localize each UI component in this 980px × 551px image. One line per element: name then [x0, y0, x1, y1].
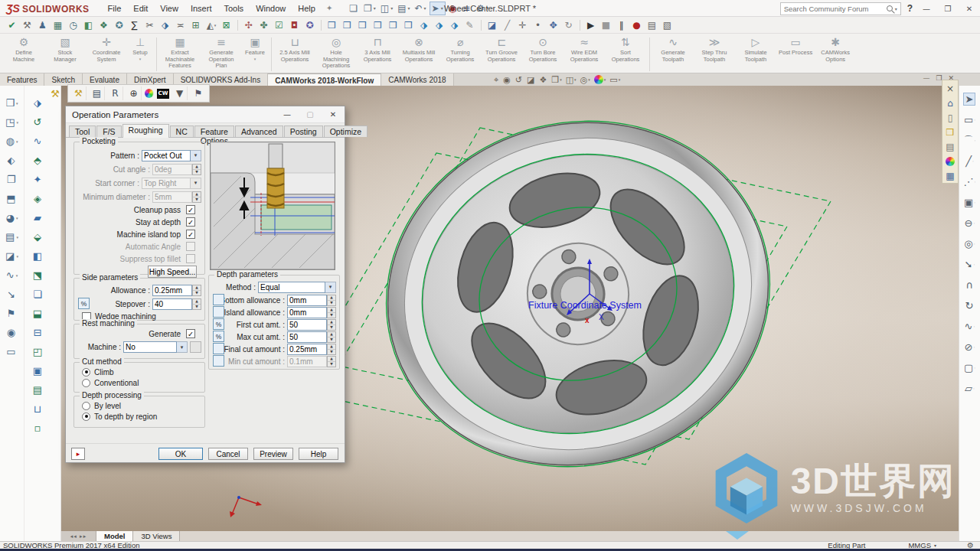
commandmanager-tab[interactable]: Features: [0, 73, 44, 86]
radio-button[interactable]: [82, 379, 90, 387]
checkbox[interactable]: ✓: [186, 217, 195, 227]
floating-toolbar-icon[interactable]: ⊕: [126, 86, 142, 100]
percent-toggle-button[interactable]: [213, 306, 224, 318]
toolbar-icon[interactable]: ✪: [112, 18, 127, 32]
menu-item[interactable]: Edit: [127, 0, 154, 17]
left-toolbar-icon[interactable]: ◪ ▾: [5, 246, 18, 266]
view-toolbar-icon[interactable]: ◫ ▾: [566, 75, 577, 85]
spinner[interactable]: [192, 191, 201, 203]
task-pane-icon[interactable]: ⌂: [947, 96, 953, 110]
sketch-tool-icon[interactable]: ▭ ·: [964, 109, 975, 130]
left-toolbar-icon[interactable]: ↺: [34, 112, 42, 132]
toolbar-icon[interactable]: ◘: [287, 18, 302, 32]
percent-toggle-button[interactable]: %: [213, 318, 224, 330]
left-toolbar-icon[interactable]: ▭: [6, 342, 17, 361]
radio-button[interactable]: [82, 402, 90, 410]
toolbar-icon[interactable]: ✎: [462, 18, 478, 32]
toolbar-icon[interactable]: ⚒: [20, 18, 35, 32]
left-toolbar-icon[interactable]: ⬒: [6, 189, 17, 208]
ribbon-button[interactable]: ▣ Feature ▾: [242, 35, 268, 61]
ribbon-button[interactable]: ⊥ Setup ▾: [127, 35, 153, 61]
sketch-tool-icon[interactable]: ◎ ·: [964, 233, 975, 254]
toolbar-icon[interactable]: ⬗: [158, 18, 173, 32]
field-input[interactable]: 50: [287, 331, 327, 343]
spinner[interactable]: [192, 298, 201, 310]
quick-access-button[interactable]: ➤ ▾: [430, 2, 446, 15]
view-toolbar-icon[interactable]: ❖: [539, 75, 547, 85]
ribbon-button[interactable]: ▦ Extract Machinable Features: [159, 35, 201, 70]
high-speed-button[interactable]: High Speed...: [148, 266, 197, 278]
ribbon-button[interactable]: ≈ Wire EDM Operations: [564, 35, 605, 63]
dialog-corner-icon[interactable]: ▸: [71, 448, 85, 460]
toolbar-icon[interactable]: ▦: [51, 18, 66, 32]
left-toolbar-icon[interactable]: ⬗: [34, 93, 41, 112]
task-pane-icon[interactable]: ▯: [948, 110, 953, 125]
left-toolbar-icon[interactable]: ▤: [33, 380, 42, 399]
task-pane-icon[interactable]: ×: [946, 81, 954, 96]
left-toolbar-icon[interactable]: ◍ ▾: [6, 132, 18, 151]
toolbar-icon[interactable]: ◪: [485, 18, 500, 32]
percent-toggle-button[interactable]: [213, 294, 224, 305]
toolbar-icon[interactable]: ▤: [645, 18, 660, 32]
toolbar-icon[interactable]: ☑: [272, 18, 287, 32]
ribbon-button[interactable]: ✱ CAMWorks Options: [815, 35, 856, 63]
spinner[interactable]: [192, 164, 201, 175]
radio-button[interactable]: [82, 412, 90, 421]
toolbar-icon[interactable]: ❒: [355, 18, 371, 32]
view-toolbar-icon[interactable]: ◎ ▾: [580, 75, 590, 85]
toolbar-icon[interactable]: •: [531, 18, 546, 32]
sketch-tool-icon[interactable]: ∩: [965, 275, 974, 295]
doc-minimize-button[interactable]: —: [923, 74, 929, 82]
restore-button[interactable]: ❐: [940, 5, 956, 13]
toolbar-icon[interactable]: ✪: [302, 18, 318, 32]
quick-access-button[interactable]: ⚙ ▾: [475, 2, 490, 15]
sketch-tool-icon[interactable]: ⌒ ·: [964, 130, 976, 151]
left-toolbar-icon[interactable]: ⚑: [7, 304, 18, 323]
toolbar-icon[interactable]: ✂: [142, 18, 158, 32]
sketch-tool-icon[interactable]: ⊘ ·: [965, 337, 975, 357]
sketch-tool-icon[interactable]: ⊖ ·: [965, 213, 975, 233]
toolbar-icon[interactable]: ▧: [660, 18, 675, 32]
left-toolbar-icon[interactable]: ⬖: [8, 151, 17, 170]
ribbon-button[interactable]: ▭ Post Process: [776, 35, 815, 57]
ribbon-button[interactable]: ✛ Coordinate System: [86, 35, 127, 63]
combo-arrow-icon[interactable]: [191, 150, 201, 161]
toolbar-icon[interactable]: ◧: [81, 18, 96, 32]
combo-arrow-icon[interactable]: [191, 178, 201, 189]
combo-arrow-icon[interactable]: [177, 341, 188, 353]
ribbon-button[interactable]: ⊙ Turn Bore Operations: [522, 35, 564, 63]
ribbon-button[interactable]: ≡ Generate Operation Plan: [201, 35, 242, 70]
task-pane-icon[interactable]: ▦: [946, 168, 954, 183]
collapse-triangle-icon[interactable]: [726, 531, 749, 540]
left-toolbar-icon[interactable]: ❏: [33, 285, 42, 304]
left-toolbar-icon[interactable]: ▰: [34, 208, 41, 227]
checkbox[interactable]: ✓: [186, 230, 195, 239]
sketch-tool-icon[interactable]: ▱ ·: [965, 378, 975, 399]
commandmanager-tab[interactable]: CAMWorks 2018: [381, 73, 453, 86]
sketch-tool-icon[interactable]: ➤: [963, 89, 977, 109]
dialog-tab[interactable]: Feature Options: [194, 126, 234, 137]
sketch-tool-icon[interactable]: ∿ ·: [965, 316, 975, 337]
toolbar-icon[interactable]: ❒: [386, 18, 401, 32]
left-toolbar-icon[interactable]: ▤ ▾: [5, 227, 18, 246]
toolbar-icon[interactable]: ✔: [5, 18, 20, 32]
machine-combo[interactable]: No: [123, 341, 177, 353]
toolbar-icon[interactable]: ❖: [96, 18, 112, 32]
toolbar-icon[interactable]: ⊞: [188, 18, 204, 32]
dialog-minimize-button[interactable]: —: [276, 110, 299, 119]
left-toolbar-icon[interactable]: ⬘: [34, 151, 41, 170]
left-toolbar-icon[interactable]: ⊔: [34, 399, 41, 419]
percent-toggle-button[interactable]: %: [78, 298, 90, 309]
ribbon-button[interactable]: ▧ Stock Manager: [44, 35, 86, 63]
search-input[interactable]: [784, 5, 887, 13]
quick-access-button[interactable]: ◉: [447, 2, 459, 15]
radio-button[interactable]: [82, 368, 90, 377]
left-toolbar-icon[interactable]: ◉: [7, 323, 17, 342]
tab-scroll-buttons[interactable]: ◂◂ ▸▸: [61, 531, 96, 541]
ribbon-button[interactable]: ≫ Step Thru Toolpath: [694, 35, 735, 63]
left-toolbar-icon[interactable]: ⬓: [33, 304, 42, 323]
toolbar-icon[interactable]: ✤: [256, 18, 272, 32]
left-toolbar-icon[interactable]: ↘: [7, 285, 17, 304]
method-combo[interactable]: Equal: [258, 282, 325, 293]
quick-access-button[interactable]: ❐ ▾: [362, 2, 377, 15]
